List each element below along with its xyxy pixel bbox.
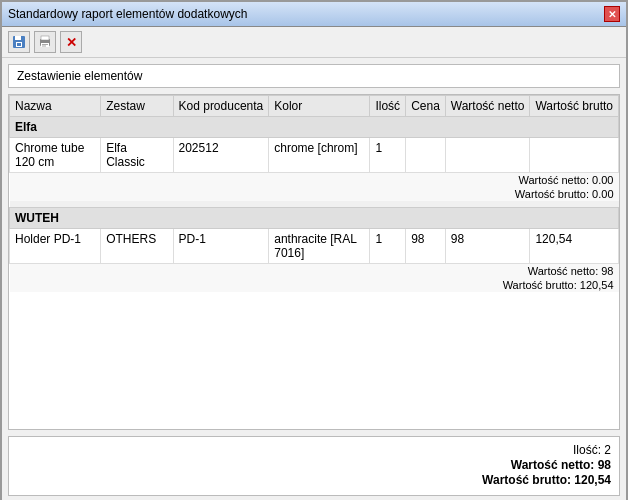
print-button[interactable] [34, 31, 56, 53]
cell-nazwa: Chrome tube 120 cm [10, 138, 101, 173]
section-header: Zestawienie elementów [8, 64, 620, 88]
cell-w-brutto [530, 138, 619, 173]
cell-w-netto [445, 138, 530, 173]
subtotal-elfa-netto: Wartość netto: 0.00 [10, 173, 619, 188]
svg-rect-5 [41, 36, 49, 40]
window-title: Standardowy raport elementów dodatkowych [8, 7, 247, 21]
group-elfa-label: Elfa [10, 117, 619, 138]
subtotal-wuteh-netto-text: Wartość netto: 98 [10, 264, 619, 279]
cell-kod: 202512 [173, 138, 269, 173]
delete-button[interactable]: ✕ [60, 31, 82, 53]
summary-brutto-line: Wartość brutto: 120,54 [17, 473, 611, 487]
save-button[interactable] [8, 31, 30, 53]
subtotal-wuteh-brutto: Wartość brutto: 120,54 [10, 278, 619, 292]
cell-zestaw: Elfa Classic [101, 138, 173, 173]
titlebar: Standardowy raport elementów dodatkowych… [2, 2, 626, 27]
delete-icon: ✕ [66, 35, 77, 50]
cell-kolor: chrome [chrom] [269, 138, 370, 173]
svg-rect-8 [42, 46, 46, 47]
col-cena: Cena [406, 96, 446, 117]
cell-cena2: 98 [406, 229, 446, 264]
print-icon [38, 35, 52, 49]
cell-kolor2: anthracite [RAL 7016] [269, 229, 370, 264]
group-wuteh: WUTEH [10, 208, 619, 229]
cell-nazwa2: Holder PD-1 [10, 229, 101, 264]
col-kod: Kod producenta [173, 96, 269, 117]
svg-rect-3 [17, 43, 21, 46]
summary-netto-line: Wartość netto: 98 [17, 458, 611, 472]
svg-rect-7 [42, 44, 48, 45]
col-nazwa: Nazwa [10, 96, 101, 117]
col-kolor: Kolor [269, 96, 370, 117]
subtotal-elfa-netto-text: Wartość netto: 0.00 [10, 173, 619, 188]
cell-w-brutto2: 120,54 [530, 229, 619, 264]
content-area: Zestawienie elementów Nazwa Zestaw Kod p… [2, 58, 626, 500]
col-zestaw: Zestaw [101, 96, 173, 117]
cell-cena [406, 138, 446, 173]
group-elfa: Elfa [10, 117, 619, 138]
table-row: Holder PD-1 OTHERS PD-1 anthracite [RAL … [10, 229, 619, 264]
main-window: Standardowy raport elementów dodatkowych… [0, 0, 628, 500]
cell-zestaw2: OTHERS [101, 229, 173, 264]
close-button[interactable]: ✕ [604, 6, 620, 22]
cell-ilosc: 1 [370, 138, 406, 173]
summary-box: Ilość: 2 Wartość netto: 98 Wartość brutt… [8, 436, 620, 496]
cell-w-netto2: 98 [445, 229, 530, 264]
col-ilosc: Ilość [370, 96, 406, 117]
table-container[interactable]: Nazwa Zestaw Kod producenta Kolor Ilość … [8, 94, 620, 430]
subtotal-wuteh-brutto-text: Wartość brutto: 120,54 [10, 278, 619, 292]
svg-rect-1 [15, 36, 21, 40]
section-header-text: Zestawienie elementów [17, 69, 142, 83]
save-icon [12, 35, 26, 49]
table-row: Chrome tube 120 cm Elfa Classic 202512 c… [10, 138, 619, 173]
toolbar: ✕ [2, 27, 626, 58]
cell-kod2: PD-1 [173, 229, 269, 264]
col-w-brutto: Wartość brutto [530, 96, 619, 117]
group-wuteh-label: WUTEH [10, 208, 619, 229]
main-table: Nazwa Zestaw Kod producenta Kolor Ilość … [9, 95, 619, 292]
summary-ilosc-line: Ilość: 2 [17, 443, 611, 457]
subtotal-wuteh-netto: Wartość netto: 98 [10, 264, 619, 279]
cell-ilosc2: 1 [370, 229, 406, 264]
col-w-netto: Wartość netto [445, 96, 530, 117]
subtotal-elfa-brutto: Wartość brutto: 0.00 [10, 187, 619, 201]
subtotal-elfa-brutto-text: Wartość brutto: 0.00 [10, 187, 619, 201]
